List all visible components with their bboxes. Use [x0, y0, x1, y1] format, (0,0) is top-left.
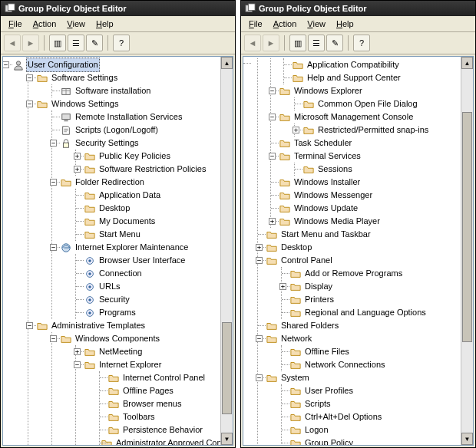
menu-action[interactable]: Action	[269, 18, 302, 30]
expand-icon[interactable]: +	[74, 166, 81, 173]
tree-node-label[interactable]: Scripts	[303, 397, 332, 410]
collapse-icon[interactable]: −	[256, 374, 263, 381]
collapse-icon[interactable]: −	[26, 322, 33, 329]
tree-node-label[interactable]: Software Restriction Policies	[98, 163, 207, 176]
tree-node[interactable]: −Internet Explorer MaintenanceBrowser Us…	[52, 241, 220, 319]
tree-node[interactable]: −Control PanelAdd or Remove Programs+Dis…	[258, 254, 461, 319]
vertical-scrollbar[interactable]: ▲ ▼	[220, 57, 233, 445]
tree-node[interactable]: Task Scheduler	[271, 137, 461, 150]
tree-node-label[interactable]: Remote Installation Services	[74, 110, 183, 124]
tree-node-label[interactable]: Desktop	[279, 241, 313, 254]
tree-node[interactable]: Sessions	[295, 163, 461, 176]
tree-node[interactable]: −Security Settings+Public Key Policies+S…	[52, 137, 220, 176]
collapse-icon[interactable]: −	[26, 74, 33, 81]
tree-node-label[interactable]: Security	[98, 293, 131, 306]
tree-node[interactable]: −Windows Components+NetMeeting−Internet …	[52, 332, 220, 445]
tree-node[interactable]: Administrator Approved Controls	[100, 436, 220, 445]
tree-node[interactable]: −Terminal ServicesSessions	[271, 150, 461, 176]
collapse-icon[interactable]: −	[50, 335, 57, 342]
tree-node[interactable]: Scripts	[282, 397, 461, 410]
tree-node-label[interactable]: Help and Support Center	[306, 71, 402, 84]
tree-node-label[interactable]: Network	[279, 332, 313, 345]
tree-node-label[interactable]: NetMeeting	[98, 345, 144, 358]
tree-node-label[interactable]: Persistence Behavior	[121, 423, 204, 436]
tree-node-label[interactable]: Folder Redirection	[74, 176, 146, 189]
tree-node[interactable]: +Windows Media Player	[271, 215, 461, 228]
collapse-icon[interactable]: −	[26, 100, 33, 107]
vertical-scrollbar[interactable]: ▲ ▼	[461, 57, 473, 445]
tree-node[interactable]: +NetMeeting	[76, 345, 220, 358]
tree-node-label[interactable]: Scripts (Logon/Logoff)	[74, 124, 160, 137]
tree-node-label[interactable]: Internet Control Panel	[121, 371, 207, 384]
tree-node-label[interactable]: Regional and Language Options	[303, 306, 428, 319]
tree-node-label[interactable]: My Documents	[98, 215, 157, 228]
toolbar-show-hide-button[interactable]: ☰	[68, 35, 84, 51]
tree-node-label[interactable]: Software Settings	[50, 71, 119, 84]
toolbar-up-level-button[interactable]: ▥	[49, 35, 66, 51]
tree-node-label[interactable]: Toolbars	[121, 410, 157, 423]
tree-node[interactable]: URLs	[76, 280, 220, 293]
tree-node[interactable]: Windows Messenger	[271, 189, 461, 202]
tree-node[interactable]: Windows Update	[271, 202, 461, 215]
scroll-down-button[interactable]: ▼	[461, 433, 473, 445]
menu-help[interactable]: Help	[91, 18, 118, 30]
tree-node[interactable]: Windows Installer	[271, 176, 461, 189]
tree-node-label[interactable]: Windows Update	[293, 202, 359, 215]
tree-node-label[interactable]: Group Policy	[303, 436, 355, 445]
tree-node[interactable]: Persistence Behavior	[100, 423, 220, 436]
tree-node[interactable]: Scripts (Logon/Logoff)	[52, 124, 220, 137]
tree-node-label[interactable]: Control Panel	[279, 254, 334, 267]
expand-icon[interactable]: +	[74, 348, 81, 355]
tree-node-label[interactable]: Desktop	[98, 202, 131, 215]
collapse-icon[interactable]: −	[50, 244, 57, 251]
expand-icon[interactable]: +	[74, 153, 81, 160]
tree-node-label[interactable]: Browser menus	[121, 397, 183, 410]
tree-node[interactable]: +Software Restriction Policies	[76, 163, 220, 176]
toolbar-properties-button[interactable]: ✎	[86, 35, 103, 51]
titlebar[interactable]: Group Policy Object Editor	[1, 1, 235, 16]
expand-icon[interactable]: +	[279, 283, 286, 290]
tree-node[interactable]: +Restricted/Permitted snap-ins	[295, 124, 461, 137]
collapse-icon[interactable]: −	[3, 61, 9, 68]
tree-node-label[interactable]: Display	[303, 280, 334, 293]
tree-node[interactable]: −Software SettingsSoftware installation	[28, 71, 220, 97]
tree-node-label[interactable]: Offline Files	[303, 345, 351, 358]
menu-view[interactable]: View	[62, 18, 90, 30]
menu-action[interactable]: Action	[28, 18, 61, 30]
tree-node-label[interactable]: User Configuration	[26, 58, 100, 72]
collapse-icon[interactable]: −	[74, 361, 81, 368]
tree-node[interactable]: Start Menu and Taskbar	[258, 228, 461, 241]
tree-node[interactable]: Logon	[282, 423, 461, 436]
tree-node-label[interactable]: Offline Pages	[121, 384, 175, 397]
toolbar-help-button[interactable]: ?	[353, 35, 370, 51]
tree-node-label[interactable]: Administrative Templates	[50, 319, 147, 332]
tree-node[interactable]: Security	[76, 293, 220, 306]
tree-node[interactable]: Remote Installation Services	[52, 110, 220, 124]
tree-node[interactable]: Group Policy	[282, 436, 461, 445]
expand-icon[interactable]: +	[293, 127, 299, 133]
tree-node-label[interactable]: Terminal Services	[293, 150, 362, 163]
tree-node-label[interactable]: Application Compatibility	[306, 58, 401, 71]
tree-node[interactable]: Software installation	[52, 84, 220, 97]
tree-node[interactable]: Shared Folders	[258, 319, 461, 332]
tree-node-label[interactable]: Start Menu and Taskbar	[279, 228, 372, 241]
tree-node-label[interactable]: Task Scheduler	[293, 137, 353, 150]
tree-node-label[interactable]: Internet Explorer Maintenance	[74, 241, 190, 254]
menu-help[interactable]: Help	[332, 18, 359, 30]
collapse-icon[interactable]: −	[256, 257, 263, 264]
tree-node-label[interactable]: Application Data	[98, 189, 162, 202]
tree-node-label[interactable]: Programs	[98, 306, 137, 319]
tree-node-label[interactable]: Security Settings	[74, 137, 140, 150]
tree-node-label[interactable]: Start Menu	[98, 228, 142, 241]
toolbar-up-level-button[interactable]: ▥	[289, 35, 306, 51]
menu-file[interactable]: File	[4, 18, 27, 30]
scroll-down-button[interactable]: ▼	[221, 433, 233, 445]
tree-node[interactable]: +Desktop	[258, 241, 461, 254]
tree-node[interactable]: Connection	[76, 267, 220, 280]
collapse-icon[interactable]: −	[269, 87, 276, 94]
scroll-track[interactable]	[221, 69, 233, 433]
tree-node-label[interactable]: Sessions	[316, 163, 354, 176]
tree-node-label[interactable]: Microsoft Management Console	[293, 110, 415, 124]
tree-node[interactable]: Help and Support Center	[284, 71, 461, 84]
tree-node[interactable]: Regional and Language Options	[282, 306, 461, 319]
